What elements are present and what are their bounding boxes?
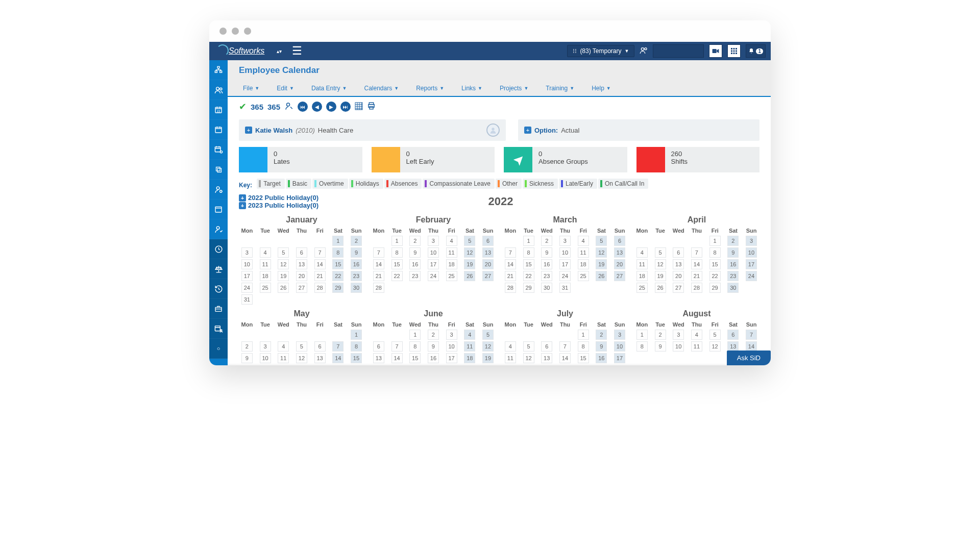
calendar-day[interactable]: 18 [256, 270, 275, 282]
sidebar-item-user-check[interactable] [209, 219, 228, 239]
calendar-day[interactable]: 5 [479, 329, 497, 340]
calendar-day[interactable]: 11 [443, 246, 461, 258]
calendar-day[interactable]: 14 [329, 352, 347, 364]
calendar-day[interactable]: 24 [424, 270, 443, 282]
option-panel[interactable]: + Option: Actual [518, 119, 760, 141]
sidebar-item-people[interactable] [209, 80, 228, 100]
calendar-day[interactable]: 5 [592, 235, 610, 246]
calendar-day[interactable]: 25 [633, 282, 651, 293]
calendar-day[interactable]: 19 [479, 352, 497, 364]
calendar-day[interactable]: 21 [501, 270, 520, 282]
calendar-day[interactable]: 15 [574, 352, 593, 364]
calendar-day[interactable]: 3 [424, 235, 443, 246]
calendar-day[interactable]: 25 [574, 270, 593, 282]
calendar-day[interactable]: 28 [688, 282, 706, 293]
calendar-day[interactable]: 9 [424, 340, 443, 352]
calendar-day[interactable]: 22 [520, 270, 538, 282]
ask-sid-button[interactable]: Ask SiD [727, 350, 771, 365]
calendar-day[interactable]: 17 [424, 258, 443, 270]
calendar-day[interactable]: 2 [406, 235, 424, 246]
calendar-day[interactable]: 2 [537, 235, 556, 246]
calendar-day[interactable]: 1 [706, 235, 724, 246]
sidebar-item-history[interactable] [209, 279, 228, 299]
stat-left-early[interactable]: 0Left Early [372, 147, 495, 172]
calendar-day[interactable]: 18 [633, 270, 651, 282]
calendar-day[interactable]: 13 [537, 352, 556, 364]
calendar-day[interactable]: 17 [610, 352, 629, 364]
calendar-day[interactable]: 4 [501, 340, 520, 352]
calendar-day[interactable]: 11 [501, 352, 520, 364]
calendar-day[interactable]: 9 [238, 352, 256, 364]
calendar-day[interactable]: 12 [479, 340, 497, 352]
calendar-day[interactable]: 19 [592, 258, 610, 270]
calendar-day[interactable]: 19 [274, 270, 292, 282]
calendar-day[interactable]: 6 [724, 329, 742, 340]
calendar-day[interactable]: 23 [724, 270, 742, 282]
calendar-day[interactable]: 17 [443, 352, 461, 364]
calendar-day[interactable]: 6 [669, 246, 688, 258]
print-icon[interactable] [367, 102, 376, 112]
stat-lates[interactable]: 0Lates [239, 147, 362, 172]
calendar-day[interactable]: 16 [537, 258, 556, 270]
calendar-day[interactable]: 28 [501, 282, 520, 293]
calendar-day[interactable]: 8 [388, 246, 406, 258]
sidebar-item-org[interactable] [209, 60, 228, 80]
calendar-day[interactable]: 19 [651, 270, 670, 282]
calendar-day[interactable]: 5 [520, 340, 538, 352]
calendar-day[interactable]: 13 [292, 258, 311, 270]
calendar-day[interactable]: 4 [574, 235, 593, 246]
calendar-day[interactable]: 4 [256, 246, 275, 258]
sidebar-item-balance[interactable] [209, 259, 228, 279]
calendar-day[interactable]: 1 [574, 329, 593, 340]
calendar-day[interactable]: 18 [443, 258, 461, 270]
calendar-day[interactable]: 3 [742, 235, 761, 246]
calendar-day[interactable]: 15 [329, 258, 347, 270]
calendar-day[interactable]: 14 [311, 258, 329, 270]
calendar-day[interactable]: 27 [610, 270, 629, 282]
calendar-day[interactable]: 27 [292, 282, 311, 293]
calendar-day[interactable]: 13 [610, 246, 629, 258]
menu-hamburger-icon[interactable]: ☰ [292, 44, 302, 58]
calendar-day[interactable]: 5 [274, 246, 292, 258]
sidebar-item-calendar-user[interactable] [209, 319, 228, 339]
calendar-day[interactable]: 9 [406, 246, 424, 258]
calendar-day[interactable]: 12 [706, 340, 724, 352]
calendar-day[interactable]: 7 [688, 246, 706, 258]
calendar-day[interactable]: 1 [406, 329, 424, 340]
calendar-day[interactable]: 15 [388, 258, 406, 270]
calendar-day[interactable]: 7 [742, 329, 761, 340]
calendar-day[interactable]: 26 [460, 270, 479, 282]
stat-shifts[interactable]: 260Shifts [636, 147, 760, 172]
calendar-day[interactable]: 6 [537, 340, 556, 352]
calendar-day[interactable]: 11 [256, 258, 275, 270]
sidebar-item-clock[interactable] [209, 239, 228, 259]
calendar-day[interactable]: 26 [274, 282, 292, 293]
calendar-day[interactable]: 15 [706, 258, 724, 270]
calendar-day[interactable]: 7 [329, 340, 347, 352]
calendar-day[interactable]: 2 [424, 329, 443, 340]
calendar-day[interactable]: 12 [274, 258, 292, 270]
calendar-day[interactable]: 9 [347, 246, 365, 258]
sidebar-item-copy[interactable] [209, 160, 228, 180]
calendar-day[interactable]: 14 [501, 258, 520, 270]
calendar-day[interactable]: 6 [479, 235, 497, 246]
calendar-day[interactable]: 13 [479, 246, 497, 258]
traffic-light-close[interactable] [219, 28, 227, 35]
calendar-day[interactable]: 13 [669, 258, 688, 270]
calendar-day[interactable]: 16 [592, 352, 610, 364]
menu-projects[interactable]: Projects ▼ [496, 83, 532, 94]
calendar-day[interactable]: 30 [347, 282, 365, 293]
calendar-day[interactable]: 10 [669, 340, 688, 352]
calendar-day[interactable]: 10 [256, 352, 275, 364]
calendar-day[interactable]: 8 [706, 246, 724, 258]
calendar-day[interactable]: 20 [292, 270, 311, 282]
calendar-day[interactable]: 10 [742, 246, 761, 258]
calendar-day[interactable]: 19 [460, 258, 479, 270]
calendar-day[interactable]: 23 [347, 270, 365, 282]
calendar-day[interactable]: 7 [556, 340, 574, 352]
calendar-day[interactable]: 5 [706, 329, 724, 340]
calendar-day[interactable]: 14 [370, 258, 388, 270]
calendar-day[interactable]: 4 [443, 235, 461, 246]
calendar-day[interactable]: 22 [329, 270, 347, 282]
calendar-day[interactable]: 11 [574, 246, 593, 258]
